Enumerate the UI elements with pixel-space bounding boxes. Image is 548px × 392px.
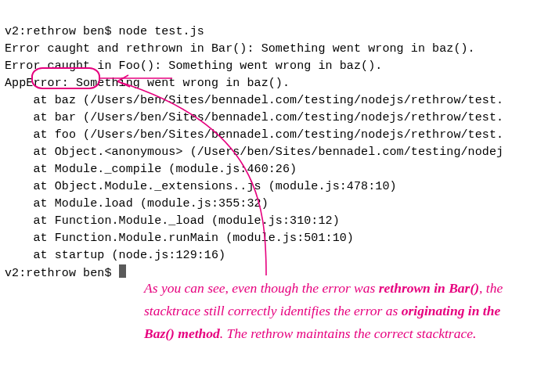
caption-text: . The rethrow maintains the correct stac… (220, 325, 477, 341)
terminal-prompt: v2:rethrow ben$ (5, 267, 119, 280)
terminal-cursor (119, 264, 126, 278)
terminal-line: at bar (/Users/ben/Sites/bennadel.com/te… (5, 111, 503, 124)
terminal-line: at Function.Module.runMain (module.js:50… (5, 232, 354, 245)
terminal-line: Error caught and rethrown in Bar(): Some… (5, 42, 475, 56)
terminal-line: v2:rethrow ben$ node test.js (5, 25, 204, 38)
terminal-line: at Function.Module._load (module.js:310:… (5, 214, 340, 228)
terminal-line: at Module._compile (module.js:460:26) (5, 163, 297, 176)
terminal-line: at Object.Module._extensions..js (module… (5, 180, 397, 193)
terminal-line: at Object.<anonymous> (/Users/ben/Sites/… (5, 146, 503, 159)
terminal-line: Error caught in Foo(): Something went wr… (5, 59, 382, 73)
terminal-line: at baz (/Users/ben/Sites/bennadel.com/te… (5, 94, 503, 107)
terminal-line: AppError: Something went wrong in baz(). (5, 77, 290, 90)
terminal-line: at foo (/Users/ben/Sites/bennadel.com/te… (5, 128, 503, 142)
terminal-line: at startup (node.js:129:16) (5, 249, 225, 262)
terminal-output: v2:rethrow ben$ node test.js Error caugh… (0, 0, 548, 282)
annotation-caption: As you can see, even though the error wa… (144, 277, 529, 345)
caption-bold-rethrown: rethrown in Bar() (379, 280, 479, 296)
terminal-line: at Module.load (module.js:355:32) (5, 197, 269, 210)
caption-text: As you can see, even though the error wa… (144, 280, 379, 296)
